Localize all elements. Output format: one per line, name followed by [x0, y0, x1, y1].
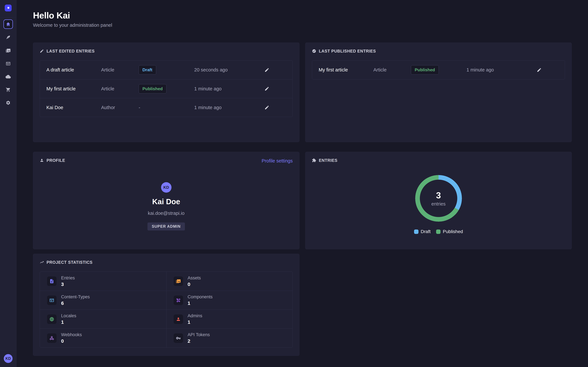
strapi-admin-app: KD Hello Kai Welcome to your administrat…	[0, 0, 588, 367]
stat-locales: Locales 1	[40, 309, 166, 328]
last-published-table: My first article Article Published 1 min…	[312, 60, 565, 79]
sidebar-footer: KD	[0, 350, 16, 367]
last-edited-table: A draft article Article Draft 20 seconds…	[40, 60, 293, 117]
document-icon	[49, 279, 54, 284]
legend-item-published: Published	[436, 229, 463, 234]
edit-entry-button[interactable]	[537, 67, 542, 72]
sidebar: KD	[0, 0, 17, 367]
stat-value: 2	[188, 338, 210, 344]
strapi-logo[interactable]	[5, 5, 12, 11]
status-badge: Draft	[139, 65, 156, 75]
cloud-icon	[6, 74, 11, 79]
globe-icon	[49, 317, 54, 322]
stat-label: Webhooks	[61, 332, 82, 337]
key-icon	[176, 336, 181, 341]
legend-label: Draft	[421, 229, 431, 234]
sidebar-item-content-type-builder[interactable]	[0, 57, 16, 70]
stat-value: 3	[61, 282, 75, 287]
legend-item-draft: Draft	[414, 229, 431, 234]
pencil-icon	[264, 67, 269, 72]
main-content: Hello Kai Welcome to your administration…	[17, 0, 588, 367]
images-icon	[6, 48, 11, 53]
stat-entries: Entries 3	[40, 272, 166, 291]
table-row: My first article Article Published 1 min…	[40, 79, 293, 98]
card-title: PROFILE	[47, 158, 65, 163]
entry-time: 20 seconds ago	[194, 67, 264, 73]
stat-components: Components 1	[166, 291, 293, 309]
table-row: My first article Article Published 1 min…	[312, 60, 565, 79]
puzzle-icon	[312, 158, 316, 162]
profile-card: PROFILE Profile settings KD Kai Doe kai.…	[33, 152, 299, 249]
pencil-icon	[40, 49, 44, 53]
edit-entry-button[interactable]	[264, 105, 269, 110]
sidebar-item-settings[interactable]	[0, 96, 16, 109]
last-edited-entries-card: LAST EDITED ENTRIES A draft article Arti…	[33, 42, 299, 142]
stats-grid: Entries 3 Assets 0	[40, 272, 293, 348]
user-avatar[interactable]: KD	[4, 354, 13, 363]
layout-icon	[6, 61, 11, 66]
published-swatch	[436, 230, 441, 234]
sidebar-item-deploy[interactable]	[0, 70, 16, 83]
stat-webhooks: Webhooks 0	[40, 328, 166, 347]
entry-kind: Article	[373, 67, 411, 73]
sidebar-divider	[0, 17, 16, 17]
entry-name: A draft article	[46, 67, 101, 73]
sidebar-item-marketplace[interactable]	[0, 83, 16, 96]
page-subtitle: Welcome to your administration panel	[33, 23, 572, 28]
pencil-icon	[264, 86, 269, 91]
layout-icon	[49, 298, 54, 303]
stat-value: 1	[188, 319, 202, 325]
sidebar-item-content-manager[interactable]	[0, 31, 16, 44]
stat-label: Locales	[61, 313, 76, 318]
sidebar-item-media-library[interactable]	[0, 44, 16, 57]
stat-label: Components	[188, 294, 213, 300]
card-title: LAST PUBLISHED ENTRIES	[319, 49, 376, 53]
sidebar-item-home[interactable]	[3, 19, 13, 29]
home-icon	[6, 22, 11, 27]
entry-name: Kai Doe	[46, 105, 101, 110]
entry-name: My first article	[319, 67, 373, 73]
entry-kind: Article	[101, 86, 139, 92]
entries-donut-chart	[415, 175, 462, 222]
project-statistics-card: PROJECT STATISTICS Entries 3	[33, 254, 299, 356]
webhook-icon	[49, 336, 54, 341]
pencil-icon	[537, 67, 542, 72]
status-badge: Published	[139, 84, 166, 93]
status-badge: Published	[411, 65, 439, 75]
stat-value: 6	[61, 300, 90, 306]
edit-entry-button[interactable]	[264, 67, 269, 72]
images-icon	[176, 279, 181, 284]
stat-value: 1	[61, 319, 76, 325]
draft-swatch	[414, 230, 418, 234]
strapi-logo-icon	[6, 6, 10, 10]
edit-entry-button[interactable]	[264, 86, 269, 91]
stat-value: 1	[188, 300, 213, 306]
status-empty: -	[139, 105, 194, 110]
profile-email: kai.doe@strapi.io	[148, 211, 185, 216]
card-title: PROJECT STATISTICS	[47, 260, 93, 265]
stat-label: Entries	[61, 275, 75, 281]
stat-label: Assets	[188, 275, 201, 281]
last-published-entries-card: LAST PUBLISHED ENTRIES My first article …	[305, 42, 572, 142]
feather-icon	[6, 35, 11, 40]
chart-legend: Draft Published	[414, 229, 463, 234]
cart-icon	[6, 87, 11, 92]
check-circle-icon	[312, 49, 316, 53]
trending-up-icon	[40, 260, 44, 264]
stat-value: 0	[61, 338, 82, 344]
entry-time: 1 minute ago	[194, 86, 264, 92]
role-badge: SUPER ADMIN	[147, 223, 185, 231]
stat-content-types: Content-Types 6	[40, 291, 166, 309]
entry-kind: Author	[101, 105, 139, 110]
stat-label: Admins	[188, 313, 202, 318]
table-row: Kai Doe Author - 1 minute ago	[40, 98, 293, 117]
entry-time: 1 minute ago	[467, 67, 537, 73]
card-title: LAST EDITED ENTRIES	[47, 49, 95, 53]
user-icon	[40, 158, 44, 162]
card-title: ENTRIES	[319, 158, 337, 163]
entries-card: ENTRIES 3 entries Draft	[305, 152, 572, 249]
profile-settings-link[interactable]: Profile settings	[262, 158, 293, 164]
legend-label: Published	[443, 229, 463, 234]
person-icon	[176, 317, 181, 322]
pencil-icon	[264, 105, 269, 110]
